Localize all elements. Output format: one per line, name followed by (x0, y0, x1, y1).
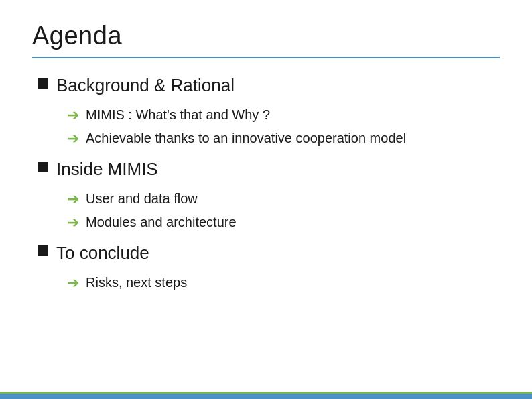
bullet-square-3 (38, 245, 48, 256)
bullet-square-1 (38, 78, 48, 89)
bottom-bar (0, 394, 532, 399)
list-item: ➔ Risks, next steps (67, 273, 500, 293)
title-section: Agenda (32, 21, 500, 58)
list-item: ➔ Modules and architecture (67, 213, 500, 233)
section-conclude: To conclude (38, 242, 500, 265)
section-label-conclude: To conclude (56, 242, 149, 265)
bullet-square-2 (38, 162, 48, 172)
title-divider (32, 57, 500, 58)
list-item: ➔ MIMIS : What's that and Why ? (67, 105, 500, 125)
sub-items-conclude: ➔ Risks, next steps (38, 273, 500, 293)
sub-label-user-data: User and data flow (86, 189, 198, 208)
section-label-inside: Inside MIMIS (56, 158, 158, 181)
arrow-icon-1: ➔ (67, 106, 79, 125)
arrow-icon-2: ➔ (67, 129, 79, 149)
list-item: ➔ User and data flow (67, 189, 500, 209)
section-background: Background & Rational (38, 74, 500, 97)
slide: Agenda Background & Rational ➔ MIMIS : W… (0, 0, 532, 399)
sub-label-risks: Risks, next steps (86, 273, 187, 292)
list-item: ➔ Achievable thanks to an innovative coo… (67, 129, 500, 149)
arrow-icon-3: ➔ (67, 190, 79, 209)
content-area: Background & Rational ➔ MIMIS : What's t… (32, 74, 500, 292)
arrow-icon-4: ➔ (67, 213, 79, 233)
arrow-icon-5: ➔ (67, 274, 79, 293)
sub-label-modules: Modules and architecture (86, 213, 237, 231)
slide-title: Agenda (32, 21, 500, 50)
sub-items-background: ➔ MIMIS : What's that and Why ? ➔ Achiev… (38, 105, 500, 149)
sub-label-achievable: Achievable thanks to an innovative coope… (86, 129, 406, 148)
section-label-background: Background & Rational (56, 74, 235, 97)
section-inside: Inside MIMIS (38, 158, 500, 181)
sub-items-inside: ➔ User and data flow ➔ Modules and archi… (38, 189, 500, 233)
sub-label-mimis-why: MIMIS : What's that and Why ? (86, 105, 270, 124)
